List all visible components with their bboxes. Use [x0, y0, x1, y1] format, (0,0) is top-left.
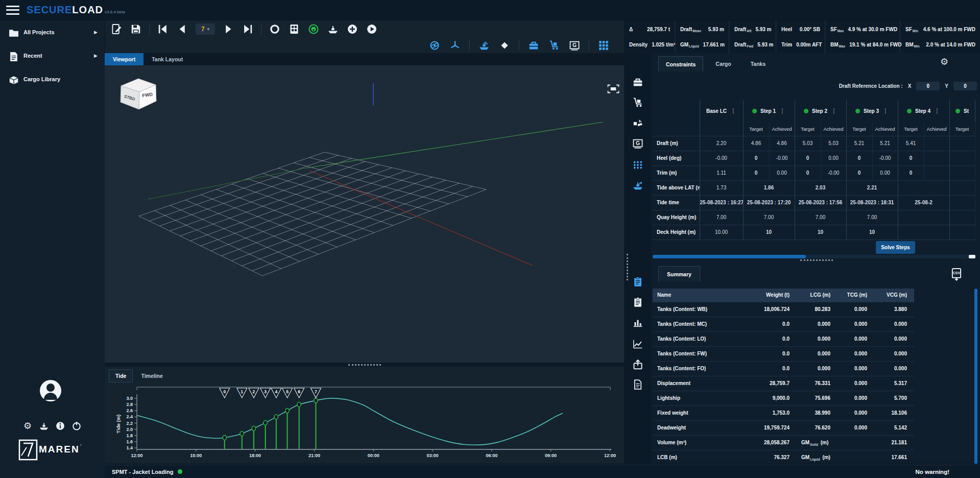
target-cell[interactable]: 0 — [898, 151, 924, 165]
export-csv-icon[interactable]: CSV — [950, 268, 963, 281]
menu-icon[interactable]: ⋮ — [882, 107, 889, 114]
scene-canvas[interactable] — [105, 65, 624, 363]
step-status-dot — [804, 109, 808, 113]
target-cell[interactable]: 0 — [743, 165, 769, 180]
vessel-blue-icon[interactable] — [478, 39, 490, 52]
sidebar-item-recent[interactable]: Recent▶ — [0, 44, 105, 67]
tab-tank-layout[interactable]: Tank Layout — [144, 53, 191, 65]
step-header[interactable]: Step 2⋮ — [795, 100, 846, 122]
horizontal-scrollbar[interactable] — [653, 255, 975, 258]
step-header[interactable]: St — [949, 100, 975, 122]
target-cell[interactable]: 0 — [846, 165, 872, 180]
menu-icon[interactable]: ⋮ — [934, 107, 940, 114]
diamond-icon[interactable] — [498, 39, 511, 52]
gear-icon[interactable]: ⚙ — [940, 56, 948, 67]
vessel-icon[interactable] — [39, 421, 49, 431]
panel-splitter-grip[interactable] — [800, 259, 833, 261]
summary-tab[interactable]: Summary — [658, 266, 700, 281]
target-cell[interactable]: 0 — [898, 165, 924, 180]
hand-truck-icon[interactable] — [631, 96, 644, 109]
toolbox-blue-icon[interactable] — [528, 39, 540, 52]
x-input[interactable]: 0 — [916, 82, 940, 90]
tab-cargo[interactable]: Cargo — [708, 56, 738, 71]
report-clipboard-icon[interactable] — [631, 275, 644, 289]
target-cell[interactable]: 5.41 — [898, 136, 924, 151]
target-cell[interactable] — [949, 136, 975, 151]
menu-icon[interactable]: ⋮ — [779, 107, 785, 114]
splitter-grip[interactable] — [348, 364, 381, 366]
grid-icon[interactable] — [597, 39, 610, 52]
trolley-blue-icon[interactable] — [548, 39, 560, 52]
menu-icon[interactable]: ⋮ — [730, 107, 736, 114]
ground-icon[interactable]: G — [568, 39, 581, 52]
prev-page-icon[interactable] — [176, 23, 188, 35]
bar-chart-icon[interactable] — [631, 316, 644, 329]
scrollbar-thumb[interactable] — [969, 255, 975, 258]
horizontal-splitter[interactable] — [105, 363, 624, 367]
target-cell[interactable]: 4.86 — [743, 136, 769, 151]
status-item: DraftAft5.93 m — [734, 23, 771, 35]
ballast-grid-icon[interactable] — [631, 158, 644, 172]
user-avatar[interactable] — [40, 380, 61, 401]
y-input[interactable]: 0 — [953, 82, 977, 90]
first-page-icon[interactable] — [157, 23, 169, 35]
target-cell[interactable] — [949, 151, 975, 165]
tab-tide[interactable]: Tide — [109, 369, 133, 383]
vertical-splitter-grip[interactable] — [627, 254, 628, 280]
calculator-icon[interactable] — [288, 23, 300, 35]
document-icon[interactable] — [631, 378, 644, 391]
sidebar-item-cargo-library[interactable]: Cargo Library — [0, 67, 105, 91]
solve-steps-button[interactable]: Solve Steps — [876, 241, 915, 254]
vessel-icon[interactable] — [327, 23, 339, 35]
toolbox-icon[interactable] — [631, 76, 644, 89]
step-header[interactable]: Step 1⋮ — [743, 100, 795, 122]
export-icon[interactable] — [631, 358, 644, 371]
target-cell[interactable]: 0 — [795, 165, 821, 180]
step-header[interactable]: Step 3⋮ — [846, 100, 898, 122]
viewport-3d[interactable]: STBD FWD — [105, 65, 624, 363]
record-icon[interactable] — [269, 23, 281, 35]
status-value: 19.1 % at 84.0 m FWD — [845, 42, 901, 47]
last-page-icon[interactable] — [242, 23, 254, 35]
vertical-scrollbar[interactable] — [974, 289, 977, 464]
target-cell[interactable]: 0 — [743, 151, 769, 165]
target-cell[interactable] — [949, 165, 975, 180]
summary-name: Volume (m³) — [653, 435, 730, 450]
achieved-cell: 0.00 — [872, 165, 898, 180]
solver-status-icon[interactable] — [307, 23, 320, 35]
tab-timeline[interactable]: Timeline — [135, 369, 169, 383]
new-loadcase-icon[interactable] — [110, 23, 123, 35]
line-chart-icon[interactable] — [631, 338, 644, 351]
menu-icon[interactable]: ⋮ — [831, 107, 837, 114]
target-cell[interactable]: 0 — [795, 151, 821, 165]
rotor-icon[interactable] — [449, 39, 461, 52]
base-lc-header[interactable]: Base LC⋮ — [700, 100, 743, 122]
power-icon[interactable] — [71, 421, 82, 431]
cargo-ship-icon[interactable] — [631, 116, 644, 130]
base-lc-value: 7.00 — [700, 210, 743, 225]
tab-viewport[interactable]: Viewport — [105, 53, 144, 65]
step-header[interactable]: Step 4⋮ — [898, 100, 949, 122]
tab-constraints[interactable]: Constraints — [658, 56, 703, 71]
summary-value: 0.000 — [874, 331, 914, 346]
add-icon[interactable] — [346, 23, 358, 35]
target-cell[interactable]: 5.21 — [846, 136, 872, 151]
save-icon[interactable] — [130, 23, 142, 35]
page-select[interactable]: 7▾ — [196, 23, 215, 35]
settings-icon[interactable]: ⚙ — [22, 421, 33, 431]
navigation-cube[interactable]: STBD FWD — [114, 73, 161, 115]
info-icon[interactable] — [55, 421, 65, 431]
ground-icon[interactable]: G — [631, 137, 644, 150]
screenshot-icon[interactable] — [607, 84, 619, 94]
list-icon[interactable] — [631, 296, 644, 309]
sidebar-item-all-projects[interactable]: All Projects▶ — [0, 20, 105, 44]
status-label: Δ — [629, 27, 633, 32]
compass-icon[interactable] — [428, 39, 441, 52]
target-cell[interactable]: 0 — [846, 151, 872, 165]
target-cell[interactable]: 5.03 — [795, 136, 821, 151]
crane-ship-icon[interactable] — [631, 179, 644, 192]
next-page-icon[interactable] — [222, 23, 234, 35]
run-icon[interactable] — [366, 23, 378, 35]
tab-tanks[interactable]: Tanks — [744, 56, 773, 71]
hamburger-menu-icon[interactable] — [6, 6, 19, 15]
